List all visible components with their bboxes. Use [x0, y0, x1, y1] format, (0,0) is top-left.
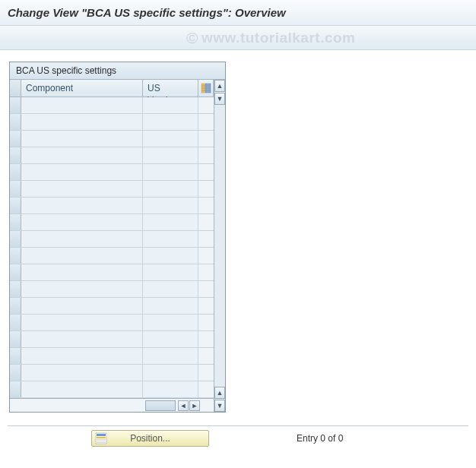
cell-component[interactable]: [21, 97, 143, 113]
hscroll-track[interactable]: [145, 400, 176, 411]
settings-table: BCA US specific settings Component US Ve…: [9, 62, 226, 413]
cell-component[interactable]: [21, 181, 143, 197]
column-header-usversion[interactable]: US Version: [143, 80, 198, 96]
scroll-right-button[interactable]: ►: [189, 400, 200, 411]
row-selector[interactable]: [10, 348, 21, 364]
cell-usversion[interactable]: [143, 97, 198, 113]
table-row[interactable]: [10, 214, 214, 231]
cell-usversion[interactable]: [143, 348, 198, 364]
cell-usversion[interactable]: [143, 331, 198, 347]
triangle-down-icon: ▼: [217, 402, 224, 410]
row-selector-header[interactable]: [10, 80, 21, 96]
toolbar: [0, 26, 476, 50]
scroll-up-step-button[interactable]: ▲: [214, 387, 225, 399]
table-config-button[interactable]: [198, 80, 214, 96]
title-text: Change View "BCA US specific settings": …: [8, 6, 286, 19]
row-selector[interactable]: [10, 381, 21, 397]
cell-component[interactable]: [21, 131, 143, 147]
cell-usversion[interactable]: [143, 248, 198, 264]
table-row[interactable]: [10, 147, 214, 164]
cell-component[interactable]: [21, 214, 143, 230]
table-row[interactable]: [10, 131, 214, 147]
table-row[interactable]: [10, 181, 214, 198]
cell-component[interactable]: [21, 348, 143, 364]
cell-usversion[interactable]: [143, 298, 198, 314]
cell-usversion[interactable]: [143, 264, 198, 280]
row-selector[interactable]: [10, 281, 21, 297]
cell-usversion[interactable]: [143, 147, 198, 163]
cell-component[interactable]: [21, 381, 143, 397]
vscroll-track[interactable]: [214, 105, 225, 387]
cell-usversion[interactable]: [143, 231, 198, 247]
cell-component[interactable]: [21, 198, 143, 213]
horizontal-scrollbar: ◄ ►: [10, 398, 214, 412]
table-row[interactable]: [10, 331, 214, 348]
svg-rect-10: [97, 441, 106, 443]
svg-rect-9: [97, 439, 106, 441]
row-selector[interactable]: [10, 365, 21, 381]
table-row[interactable]: [10, 381, 214, 398]
row-selector[interactable]: [10, 114, 21, 130]
row-selector[interactable]: [10, 131, 21, 147]
row-selector[interactable]: [10, 198, 21, 213]
table-row[interactable]: [10, 281, 214, 298]
table-row[interactable]: [10, 248, 214, 264]
table-row[interactable]: [10, 164, 214, 181]
scroll-up-button[interactable]: ▲: [214, 80, 225, 92]
row-selector[interactable]: [10, 248, 21, 264]
row-selector[interactable]: [10, 164, 21, 180]
cell-component[interactable]: [21, 231, 143, 247]
entry-counter: Entry 0 of 0: [297, 433, 343, 444]
row-selector[interactable]: [10, 315, 21, 330]
cell-component[interactable]: [21, 264, 143, 280]
vertical-scrollbar: ▲ ▼ ▲ ▼: [214, 80, 225, 412]
table-row[interactable]: [10, 298, 214, 315]
triangle-left-icon: ◄: [180, 402, 187, 410]
row-selector[interactable]: [10, 231, 21, 247]
cell-component[interactable]: [21, 331, 143, 347]
cell-usversion[interactable]: [143, 181, 198, 197]
cell-usversion[interactable]: [143, 315, 198, 330]
cell-component[interactable]: [21, 281, 143, 297]
scroll-left-button[interactable]: ◄: [178, 400, 189, 411]
cell-usversion[interactable]: [143, 365, 198, 381]
cell-usversion[interactable]: [143, 381, 198, 397]
table-row[interactable]: [10, 114, 214, 131]
row-selector[interactable]: [10, 147, 21, 163]
cell-component[interactable]: [21, 365, 143, 381]
table-row[interactable]: [10, 348, 214, 365]
scroll-down-button[interactable]: ▼: [214, 400, 225, 412]
position-button[interactable]: Position...: [91, 430, 209, 447]
cell-usversion[interactable]: [143, 114, 198, 130]
cell-usversion[interactable]: [143, 131, 198, 147]
table-row[interactable]: [10, 97, 214, 114]
window-title: Change View "BCA US specific settings": …: [0, 0, 476, 26]
footer: Position... Entry 0 of 0: [0, 430, 476, 447]
cell-component[interactable]: [21, 248, 143, 264]
cell-usversion[interactable]: [143, 164, 198, 180]
cell-component[interactable]: [21, 164, 143, 180]
cell-component[interactable]: [21, 114, 143, 130]
cell-component[interactable]: [21, 298, 143, 314]
row-selector[interactable]: [10, 214, 21, 230]
row-selector[interactable]: [10, 331, 21, 347]
row-selector[interactable]: [10, 181, 21, 197]
cell-usversion[interactable]: [143, 214, 198, 230]
position-label: Position...: [130, 433, 170, 444]
column-header-component[interactable]: Component: [21, 80, 143, 96]
table-row[interactable]: [10, 315, 214, 331]
scroll-down-step-button[interactable]: ▼: [214, 93, 225, 105]
cell-component[interactable]: [21, 315, 143, 330]
cell-usversion[interactable]: [143, 198, 198, 213]
row-selector[interactable]: [10, 97, 21, 113]
table-row[interactable]: [10, 365, 214, 381]
table-row[interactable]: [10, 198, 214, 214]
cell-usversion[interactable]: [143, 281, 198, 297]
table-settings-icon: [201, 83, 211, 93]
table-row[interactable]: [10, 231, 214, 248]
table-row[interactable]: [10, 264, 214, 281]
row-selector[interactable]: [10, 298, 21, 314]
row-selector[interactable]: [10, 264, 21, 280]
triangle-up-icon: ▲: [217, 82, 224, 90]
cell-component[interactable]: [21, 147, 143, 163]
